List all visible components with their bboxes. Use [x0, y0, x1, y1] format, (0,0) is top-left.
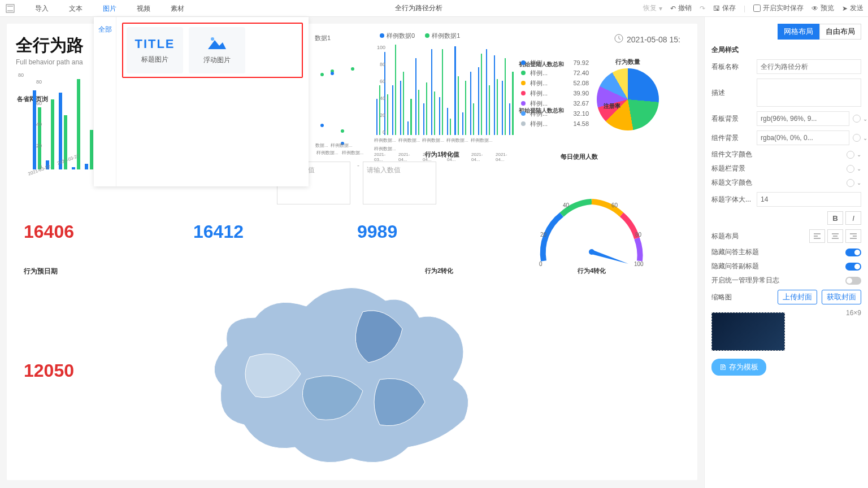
pie-chart: 注册率	[597, 68, 659, 130]
pie-legend: 样例...79.92样例...72.40样例...52.08样例...39.90…	[521, 58, 589, 130]
menu-text[interactable]: 文本	[59, 0, 93, 17]
numeric-input-2[interactable]: 请输入数值	[363, 162, 436, 204]
title-bg-color-icon[interactable]	[847, 165, 854, 173]
prop-text-style: B I	[711, 211, 861, 225]
topbar-left: 导入 文本 图片 视频 素材	[5, 0, 194, 17]
hide-sub-title-switch[interactable]	[845, 263, 861, 271]
title-image-label: 标题图片	[141, 55, 168, 64]
row1-label: 行为1转化值	[425, 150, 459, 159]
prop-name: 看板名称	[711, 59, 861, 74]
chevron-down-icon[interactable]: ⌄	[863, 116, 867, 122]
pie-block[interactable]: 样例...79.92样例...72.40样例...52.08样例...39.90…	[521, 58, 679, 130]
restore-button[interactable]: 恢复 ▾	[643, 3, 662, 13]
board-bg-input[interactable]	[757, 111, 849, 126]
province-y-80: 80	[18, 72, 103, 78]
upload-cover-button[interactable]: 上传封面	[778, 290, 817, 304]
thumb-wrap: 16×9	[711, 309, 861, 351]
board-name-input[interactable]	[757, 59, 861, 74]
title-size-input[interactable]	[757, 192, 861, 207]
hide-main-title-switch[interactable]	[845, 249, 861, 256]
prop-title-size: 标题字体大...	[711, 192, 861, 207]
layout-toggle: 网格布局 自由布局	[711, 24, 861, 40]
get-cover-button[interactable]: 获取封面	[822, 290, 861, 304]
china-map[interactable]	[193, 278, 498, 477]
gauge-tick-40: 40	[563, 202, 569, 208]
svg-marker-10	[592, 250, 628, 264]
chevron-down-icon: ▾	[659, 5, 662, 12]
send-button[interactable]: ➤ 发送	[842, 3, 863, 13]
title-image-card[interactable]: TITLE 标题图片	[127, 27, 183, 73]
menu-image[interactable]: 图片	[93, 0, 127, 17]
province-chart[interactable]: 80 各省网页浏 806040200 2021-03-222021-03-27	[18, 72, 103, 177]
dashboard-subtitle: Full behavior path ana	[16, 58, 84, 66]
float-image-card[interactable]: 浮动图片	[189, 27, 245, 73]
menu-import[interactable]: 导入	[25, 0, 59, 17]
menu-video[interactable]: 视频	[127, 0, 160, 17]
save-template-button[interactable]: 🖹 存为模板	[711, 359, 766, 376]
chevron-down-icon[interactable]: ⌄	[857, 165, 861, 172]
switch-hide-main: 隐藏问答主标题	[711, 247, 861, 257]
app-icon[interactable]	[5, 3, 16, 14]
title-image-icon: TITLE	[134, 37, 175, 51]
template-icon: 🖹	[719, 363, 727, 372]
align-right-button[interactable]	[845, 229, 861, 243]
prop-title-bg: 标题栏背景 ⌄	[711, 164, 861, 173]
svg-point-11	[589, 249, 594, 255]
chevron-down-icon[interactable]: ⌄	[863, 135, 867, 141]
prop-comp-text: 组件文字颜色 ⌄	[711, 150, 861, 159]
svg-point-9	[351, 67, 354, 71]
eye-icon: 👁	[811, 5, 818, 12]
gauge-block[interactable]: 0 20 40 60 80 100 行为4转化	[532, 182, 651, 250]
comp-bg-color-icon[interactable]	[853, 134, 861, 142]
comp-bg-input[interactable]	[757, 130, 849, 145]
board-desc-input[interactable]	[757, 79, 861, 107]
topbar: 导入 文本 图片 视频 素材 全行为路径分析 恢复 ▾ ↶ 撤销 ↷ 🖫 保存 …	[0, 0, 868, 17]
menu-material[interactable]: 素材	[160, 0, 194, 17]
dropdown-highlight-box: TITLE 标题图片 浮动图片	[122, 23, 303, 78]
prop-title-layout: 标题布局	[711, 229, 861, 243]
dashboard-title-block: 全行为路 Full behavior path ana	[16, 34, 84, 66]
chevron-down-icon[interactable]: ⌄	[857, 151, 861, 158]
metric-blue-1: 16412	[193, 221, 244, 242]
undo-button[interactable]: ↶ 撤销	[670, 3, 692, 13]
align-center-button[interactable]	[827, 229, 843, 243]
province-yaxis: 806040200	[29, 79, 42, 169]
gauge-chart: 0 20 40 60 80 100 行为4转化	[532, 182, 651, 250]
realtime-save-checkbox[interactable]	[753, 5, 761, 12]
clock-icon	[614, 34, 623, 45]
realtime-save-toggle[interactable]: 开启实时保存	[753, 3, 804, 13]
chevron-down-icon data.underline[interactable]: ⌄	[857, 180, 861, 186]
save-button[interactable]: 🖫 保存	[713, 3, 736, 13]
input-box-2[interactable]: 请输入数值	[363, 162, 436, 204]
prop-title-text: 标题文字颜色 ⌄	[711, 178, 861, 188]
redo-button[interactable]: ↷	[700, 5, 705, 12]
prop-board-bg: 看板背景 ⌄	[711, 111, 861, 126]
align-left-button[interactable]	[809, 229, 825, 243]
bold-button[interactable]: B	[827, 211, 843, 225]
gauge-tick-0: 0	[539, 261, 542, 267]
top-menu: 导入 文本 图片 视频 素材	[25, 0, 194, 17]
title-text-color-icon[interactable]	[847, 179, 854, 187]
cutoff-xaxis-left: 数据... 样例数据...	[315, 142, 353, 149]
unified-log-switch[interactable]	[845, 277, 861, 285]
comp-text-color-icon[interactable]	[847, 151, 854, 159]
board-bg-color-icon[interactable]	[853, 115, 861, 123]
image-dropdown: 全部 TITLE 标题图片 浮动图片	[94, 17, 309, 186]
prop-desc: 描述	[711, 79, 861, 107]
dropdown-tab-all[interactable]: 全部	[94, 23, 116, 37]
thumbnail-preview[interactable]	[711, 312, 785, 351]
preview-button[interactable]: 👁 预览	[811, 3, 834, 13]
properties-panel: 网格布局 自由布局 全局样式 看板名称 描述 看板背景 ⌄ 组件背景 ⌄ 组件文…	[704, 17, 868, 488]
italic-button[interactable]: I	[845, 211, 861, 225]
svg-point-6	[331, 72, 334, 75]
login-chart[interactable]: 样例数据0 样例数据1 100806040200 初始登陆人数总和 初始登陆人数…	[363, 32, 515, 162]
login-bars	[376, 45, 515, 135]
layout-grid-button[interactable]: 网格布局	[778, 24, 819, 40]
scatter-dots: 样例数据...样例数据...	[316, 46, 363, 156]
switch-hide-sub: 隐藏问答副标题	[711, 262, 861, 271]
layout-free-button[interactable]: 自由布局	[819, 24, 861, 40]
gauge-tick-100: 100	[634, 261, 644, 267]
behavior-date-label: 行为预日期	[24, 267, 58, 276]
global-style-header: 全局样式	[711, 45, 861, 55]
gauge-title: 行为4转化	[578, 267, 606, 275]
